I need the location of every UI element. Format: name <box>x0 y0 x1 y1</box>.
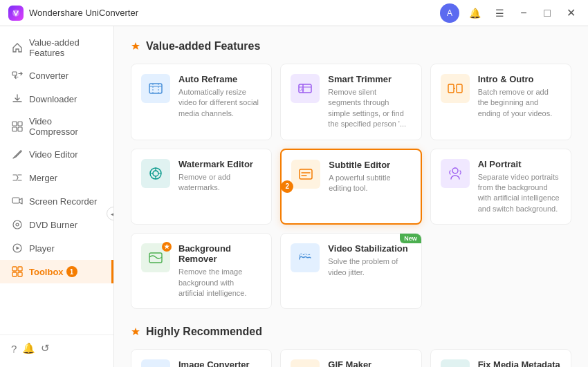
maximize-button[interactable]: □ <box>538 4 556 22</box>
sidebar: Value-added Features Converter Downloade… <box>0 26 114 367</box>
subtitle-editor-icon <box>291 160 320 189</box>
svg-point-8 <box>13 220 21 229</box>
gif-maker-content: GIF Maker Make GIF from videos or pictur… <box>328 359 411 367</box>
user-avatar[interactable]: A <box>440 3 459 23</box>
video-stabilization-icon <box>291 243 320 272</box>
ai-portrait-desc: Separate video portraits from the backgr… <box>478 172 561 215</box>
help-icon[interactable]: ? <box>11 343 17 355</box>
watermark-editor-desc: Remove or add watermarks. <box>178 172 261 194</box>
svg-rect-12 <box>18 267 22 271</box>
title-bar: Wondershare UniConverter A 🔔 ☰ − □ ✕ <box>0 0 588 26</box>
subtitle-step-badge: 2 <box>281 180 293 193</box>
notification-bell-icon[interactable]: 🔔 <box>22 342 35 355</box>
content-area: Value-added Features Auto Reframe Automa… <box>114 26 588 367</box>
sidebar-item-toolbox[interactable]: Toolbox 1 <box>0 260 113 283</box>
section-recommended-label: Highly Recommended <box>146 326 262 338</box>
sidebar-item-merger[interactable]: Merger <box>0 166 113 189</box>
svg-rect-22 <box>300 169 312 179</box>
recommended-grid: Image Converter Convert images to other … <box>131 349 571 367</box>
downloader-icon <box>11 93 24 105</box>
image-converter-icon <box>141 359 170 367</box>
sidebar-item-converter[interactable]: Converter <box>0 64 113 87</box>
sidebar-item-video-editor[interactable]: Video Editor <box>0 142 113 166</box>
feature-card-background-remover[interactable]: ★ Background Remover Remove the image ba… <box>131 233 272 309</box>
feature-card-smart-trimmer[interactable]: AI Smart Trimmer Remove silent segments … <box>280 64 421 140</box>
new-badge: New <box>400 234 421 243</box>
home-icon <box>11 41 24 54</box>
sidebar-label-video-editor: Video Editor <box>29 149 78 160</box>
toolbox-badge: 1 <box>66 266 77 277</box>
sidebar-label-downloader: Downloader <box>29 94 77 104</box>
svg-rect-19 <box>457 84 462 93</box>
svg-rect-14 <box>18 272 22 276</box>
fix-media-metadata-title: Fix Media Metadata <box>478 359 561 367</box>
bg-remover-star: ★ <box>162 242 172 252</box>
svg-point-21 <box>153 171 158 176</box>
svg-rect-11 <box>12 267 17 271</box>
svg-rect-18 <box>448 84 454 93</box>
sidebar-item-dvd-burner[interactable]: DVD Burner <box>0 213 113 236</box>
merger-icon <box>11 171 24 184</box>
editor-icon <box>11 148 24 160</box>
sidebar-label-merger: Merger <box>29 173 57 183</box>
sidebar-item-video-compressor[interactable]: Video Compressor <box>0 111 113 142</box>
smart-trimmer-desc: Remove silent segments through simple se… <box>328 87 411 130</box>
gif-maker-title: GIF Maker <box>328 359 411 367</box>
feature-card-ai-portrait[interactable]: AI Portrait Separate video portraits fro… <box>430 149 571 225</box>
sidebar-item-downloader[interactable]: Downloader <box>0 87 113 111</box>
watermark-editor-title: Watermark Editor <box>178 159 261 169</box>
close-button[interactable]: ✕ <box>562 4 580 22</box>
background-remover-title: Background Remover <box>178 243 261 264</box>
auto-reframe-desc: Automatically resize video for different… <box>178 87 261 119</box>
background-remover-desc: Remove the image background with artific… <box>178 267 261 299</box>
feature-card-image-converter[interactable]: Image Converter Convert images to other … <box>131 349 272 367</box>
auto-reframe-title: Auto Reframe <box>178 74 261 84</box>
svg-text:AI: AI <box>300 88 304 92</box>
window-controls: A 🔔 ☰ − □ ✕ <box>440 3 580 23</box>
feature-card-gif-maker[interactable]: GIF GIF Maker Make GIF from videos or pi… <box>280 349 421 367</box>
svg-rect-5 <box>18 127 22 131</box>
intro-outro-desc: Batch remove or add the beginning and en… <box>478 87 561 119</box>
section-star-icon <box>131 41 140 51</box>
intro-outro-title: Intro & Outro <box>478 74 561 84</box>
sidebar-item-screen-recorder[interactable]: Screen Recorder <box>0 189 113 213</box>
smart-trimmer-title: Smart Trimmer <box>328 74 411 84</box>
fix-media-metadata-icon <box>441 359 470 367</box>
watermark-editor-icon <box>141 159 170 188</box>
converter-icon <box>11 69 24 82</box>
intro-outro-icon <box>441 74 470 103</box>
ai-portrait-title: AI Portrait <box>478 159 561 169</box>
app-logo <box>8 6 24 21</box>
feature-card-subtitle-editor[interactable]: 2 Subtitle Editor A powerful subtitle ed… <box>280 149 421 225</box>
main-layout: Value-added Features Converter Downloade… <box>0 26 588 367</box>
svg-point-9 <box>16 223 19 226</box>
section-valueadded-label: Value-added Features <box>146 40 260 53</box>
notification-icon[interactable]: 🔔 <box>465 3 484 23</box>
intro-outro-content: Intro & Outro Batch remove or add the be… <box>478 74 561 119</box>
background-remover-icon: ★ <box>141 243 170 272</box>
feature-card-fix-media-metadata[interactable]: Fix Media Metadata Auto-fix and edit met… <box>430 349 571 367</box>
feature-card-intro-outro[interactable]: Intro & Outro Batch remove or add the be… <box>430 64 571 140</box>
sidebar-item-player[interactable]: Player <box>0 236 113 260</box>
subtitle-editor-title: Subtitle Editor <box>329 160 410 170</box>
video-stabilization-content: Video Stabilization Solve the problem of… <box>328 243 411 278</box>
player-icon <box>11 242 24 254</box>
svg-rect-15 <box>149 84 162 93</box>
svg-rect-2 <box>12 122 17 126</box>
auto-reframe-content: Auto Reframe Automatically resize video … <box>178 74 261 119</box>
refresh-icon[interactable]: ↺ <box>41 342 50 355</box>
minimize-button[interactable]: − <box>515 4 533 22</box>
background-remover-content: Background Remover Remove the image back… <box>178 243 261 299</box>
sidebar-label-video-compressor: Video Compressor <box>29 116 102 137</box>
feature-card-watermark-editor[interactable]: Watermark Editor Remove or add watermark… <box>131 149 272 225</box>
sidebar-label-home: Value-added Features <box>29 37 102 58</box>
features-grid: Auto Reframe Automatically resize video … <box>131 64 571 309</box>
sidebar-label-toolbox: Toolbox <box>29 267 64 277</box>
sidebar-item-home[interactable]: Value-added Features <box>0 32 113 64</box>
section-recommended-title: Highly Recommended <box>131 326 571 338</box>
feature-card-auto-reframe[interactable]: Auto Reframe Automatically resize video … <box>131 64 272 140</box>
menu-icon[interactable]: ☰ <box>490 3 509 23</box>
sidebar-label-dvd-burner: DVD Burner <box>29 220 77 230</box>
feature-card-video-stabilization[interactable]: New Video Stabilization Solve the proble… <box>280 233 421 309</box>
section-valueadded-title: Value-added Features <box>131 40 571 53</box>
